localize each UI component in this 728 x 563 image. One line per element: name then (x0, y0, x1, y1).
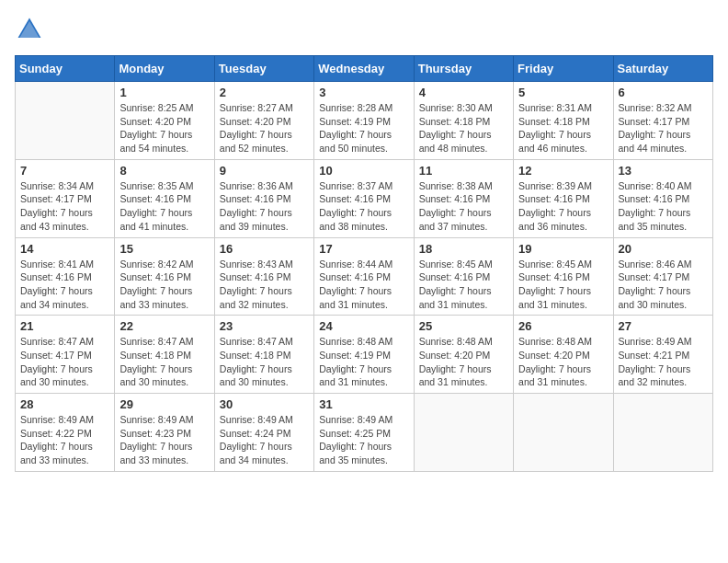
day-info: Sunrise: 8:49 AMSunset: 4:23 PMDaylight:… (119, 413, 209, 467)
day-info: Sunrise: 8:39 AMSunset: 4:16 PMDaylight:… (518, 179, 608, 234)
day-number: 24 (319, 319, 408, 333)
day-number: 22 (119, 319, 209, 333)
header-monday: Monday (115, 56, 214, 82)
header-friday: Friday (514, 56, 613, 82)
calendar-cell (613, 394, 712, 472)
calendar-cell: 29Sunrise: 8:49 AMSunset: 4:23 PMDayligh… (115, 394, 214, 472)
day-info: Sunrise: 8:25 AMSunset: 4:20 PMDaylight:… (119, 101, 209, 155)
day-number: 21 (20, 319, 109, 333)
day-info: Sunrise: 8:31 AMSunset: 4:18 PMDaylight:… (518, 101, 608, 155)
logo (15, 15, 48, 44)
day-info: Sunrise: 8:45 AMSunset: 4:16 PMDaylight:… (518, 258, 608, 312)
day-number: 7 (20, 164, 109, 178)
calendar-cell: 3Sunrise: 8:28 AMSunset: 4:19 PMDaylight… (314, 82, 414, 160)
calendar-cell: 27Sunrise: 8:49 AMSunset: 4:21 PMDayligh… (613, 316, 712, 394)
day-info: Sunrise: 8:48 AMSunset: 4:19 PMDaylight:… (319, 335, 408, 389)
day-number: 10 (319, 164, 408, 178)
day-number: 8 (119, 164, 209, 178)
day-number: 29 (119, 397, 209, 411)
calendar-cell: 30Sunrise: 8:49 AMSunset: 4:24 PMDayligh… (214, 394, 313, 472)
day-info: Sunrise: 8:42 AMSunset: 4:16 PMDaylight:… (119, 258, 209, 312)
calendar-cell: 9Sunrise: 8:36 AMSunset: 4:16 PMDaylight… (214, 159, 313, 237)
calendar-table: SundayMondayTuesdayWednesdayThursdayFrid… (15, 55, 713, 472)
calendar-cell: 1Sunrise: 8:25 AMSunset: 4:20 PMDaylight… (115, 82, 214, 160)
calendar-cell: 8Sunrise: 8:35 AMSunset: 4:16 PMDaylight… (115, 159, 214, 237)
header-sunday: Sunday (16, 56, 115, 82)
calendar-cell: 11Sunrise: 8:38 AMSunset: 4:16 PMDayligh… (414, 159, 513, 237)
svg-marker-1 (19, 21, 39, 38)
header-tuesday: Tuesday (214, 56, 313, 82)
day-info: Sunrise: 8:28 AMSunset: 4:19 PMDaylight:… (319, 101, 408, 155)
day-info: Sunrise: 8:37 AMSunset: 4:16 PMDaylight:… (319, 179, 408, 234)
page-header (15, 15, 713, 44)
day-number: 2 (220, 86, 309, 99)
day-info: Sunrise: 8:49 AMSunset: 4:21 PMDaylight:… (619, 335, 708, 389)
day-number: 16 (220, 242, 309, 256)
day-number: 23 (220, 319, 309, 333)
day-info: Sunrise: 8:30 AMSunset: 4:18 PMDaylight:… (419, 101, 508, 155)
day-info: Sunrise: 8:48 AMSunset: 4:20 PMDaylight:… (518, 335, 608, 389)
calendar-cell: 10Sunrise: 8:37 AMSunset: 4:16 PMDayligh… (314, 159, 414, 237)
day-number: 26 (518, 319, 608, 333)
day-number: 15 (119, 242, 209, 256)
day-number: 25 (419, 319, 508, 333)
day-info: Sunrise: 8:40 AMSunset: 4:16 PMDaylight:… (619, 179, 708, 234)
day-number: 30 (220, 397, 309, 411)
day-info: Sunrise: 8:47 AMSunset: 4:18 PMDaylight:… (119, 335, 209, 389)
header-saturday: Saturday (613, 56, 712, 82)
calendar-week-3: 14Sunrise: 8:41 AMSunset: 4:16 PMDayligh… (16, 237, 713, 316)
day-number: 6 (619, 86, 708, 99)
calendar-cell: 26Sunrise: 8:48 AMSunset: 4:20 PMDayligh… (514, 316, 613, 394)
day-info: Sunrise: 8:45 AMSunset: 4:16 PMDaylight:… (419, 258, 508, 312)
calendar-cell: 13Sunrise: 8:40 AMSunset: 4:16 PMDayligh… (613, 159, 712, 237)
day-number: 20 (619, 242, 708, 256)
day-number: 31 (319, 397, 408, 411)
calendar-cell: 28Sunrise: 8:49 AMSunset: 4:22 PMDayligh… (16, 394, 115, 472)
calendar-week-4: 21Sunrise: 8:47 AMSunset: 4:17 PMDayligh… (16, 316, 713, 394)
day-number: 12 (518, 164, 608, 178)
day-info: Sunrise: 8:36 AMSunset: 4:16 PMDaylight:… (220, 179, 309, 234)
day-info: Sunrise: 8:41 AMSunset: 4:16 PMDaylight:… (20, 258, 109, 312)
calendar-cell (16, 82, 115, 160)
day-info: Sunrise: 8:49 AMSunset: 4:25 PMDaylight:… (319, 413, 408, 467)
logo-icon (15, 15, 44, 44)
day-number: 19 (518, 242, 608, 256)
calendar-cell: 20Sunrise: 8:46 AMSunset: 4:17 PMDayligh… (613, 237, 712, 316)
calendar-cell: 5Sunrise: 8:31 AMSunset: 4:18 PMDaylight… (514, 82, 613, 160)
day-info: Sunrise: 8:38 AMSunset: 4:16 PMDaylight:… (419, 179, 508, 234)
header-wednesday: Wednesday (314, 56, 414, 82)
day-number: 27 (619, 319, 708, 333)
calendar-cell: 24Sunrise: 8:48 AMSunset: 4:19 PMDayligh… (314, 316, 414, 394)
day-number: 4 (419, 86, 508, 99)
calendar-cell: 14Sunrise: 8:41 AMSunset: 4:16 PMDayligh… (16, 237, 115, 316)
day-number: 11 (419, 164, 508, 178)
day-info: Sunrise: 8:47 AMSunset: 4:17 PMDaylight:… (20, 335, 109, 389)
day-number: 1 (119, 86, 209, 99)
day-number: 13 (619, 164, 708, 178)
calendar-cell: 12Sunrise: 8:39 AMSunset: 4:16 PMDayligh… (514, 159, 613, 237)
calendar-cell: 25Sunrise: 8:48 AMSunset: 4:20 PMDayligh… (414, 316, 513, 394)
day-number: 9 (220, 164, 309, 178)
day-info: Sunrise: 8:32 AMSunset: 4:17 PMDaylight:… (619, 101, 708, 155)
day-info: Sunrise: 8:46 AMSunset: 4:17 PMDaylight:… (619, 258, 708, 312)
calendar-week-5: 28Sunrise: 8:49 AMSunset: 4:22 PMDayligh… (16, 394, 713, 472)
calendar-cell: 21Sunrise: 8:47 AMSunset: 4:17 PMDayligh… (16, 316, 115, 394)
calendar-cell: 22Sunrise: 8:47 AMSunset: 4:18 PMDayligh… (115, 316, 214, 394)
day-number: 3 (319, 86, 408, 99)
calendar-cell: 16Sunrise: 8:43 AMSunset: 4:16 PMDayligh… (214, 237, 313, 316)
day-number: 5 (518, 86, 608, 99)
calendar-cell: 17Sunrise: 8:44 AMSunset: 4:16 PMDayligh… (314, 237, 414, 316)
calendar-week-1: 1Sunrise: 8:25 AMSunset: 4:20 PMDaylight… (16, 82, 713, 160)
day-info: Sunrise: 8:43 AMSunset: 4:16 PMDaylight:… (220, 258, 309, 312)
day-info: Sunrise: 8:48 AMSunset: 4:20 PMDaylight:… (419, 335, 508, 389)
day-info: Sunrise: 8:47 AMSunset: 4:18 PMDaylight:… (220, 335, 309, 389)
calendar-cell (514, 394, 613, 472)
calendar-cell: 19Sunrise: 8:45 AMSunset: 4:16 PMDayligh… (514, 237, 613, 316)
day-number: 14 (20, 242, 109, 256)
calendar-cell: 4Sunrise: 8:30 AMSunset: 4:18 PMDaylight… (414, 82, 513, 160)
day-info: Sunrise: 8:34 AMSunset: 4:17 PMDaylight:… (20, 179, 109, 234)
calendar-cell: 7Sunrise: 8:34 AMSunset: 4:17 PMDaylight… (16, 159, 115, 237)
day-info: Sunrise: 8:44 AMSunset: 4:16 PMDaylight:… (319, 258, 408, 312)
header-thursday: Thursday (414, 56, 513, 82)
day-info: Sunrise: 8:35 AMSunset: 4:16 PMDaylight:… (119, 179, 209, 234)
